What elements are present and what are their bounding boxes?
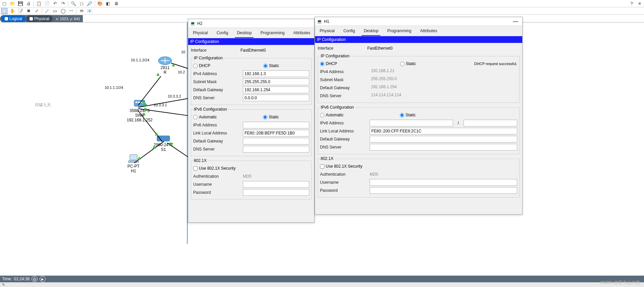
- tab-config[interactable]: Config: [215, 29, 230, 38]
- redo-icon[interactable]: ↷: [60, 1, 66, 7]
- prefix-input[interactable]: [464, 120, 517, 126]
- port-up-icon: [145, 108, 148, 111]
- auth-value[interactable]: MD5: [370, 172, 517, 177]
- auth-value[interactable]: MD5: [243, 174, 309, 179]
- play-button[interactable]: ▶: [40, 276, 46, 282]
- hand-tool-icon[interactable]: ✋: [9, 8, 15, 14]
- ipv6-input[interactable]: [243, 122, 309, 128]
- physical-view-button[interactable]: Physical: [26, 15, 53, 22]
- ipcfg-legend: IP Configuration: [193, 56, 223, 60]
- use-8021x-checkbox[interactable]: Use 802.1X Security: [320, 164, 362, 169]
- ipv6-legend: IPv6 Configuration: [193, 107, 228, 112]
- mail-open-icon[interactable]: 📧: [87, 8, 93, 14]
- paste-icon[interactable]: 📄: [44, 1, 50, 7]
- minimize-button[interactable]: —: [511, 18, 520, 24]
- tab-desktop[interactable]: Desktop: [235, 29, 254, 38]
- undo-icon[interactable]: ↶: [52, 1, 58, 7]
- swa-name: SWA: [127, 113, 153, 118]
- gateway-input[interactable]: [243, 87, 309, 93]
- logical-view-button[interactable]: Logical: [1, 15, 25, 22]
- freeform-icon[interactable]: 〰: [68, 8, 74, 14]
- dns-input[interactable]: [243, 95, 309, 101]
- copy-icon[interactable]: 📋: [36, 1, 42, 7]
- center-watermark: 符啸九天: [35, 102, 51, 108]
- select-tool-icon[interactable]: ⬚: [1, 8, 7, 14]
- username-input: [370, 179, 517, 186]
- tab-physical[interactable]: Physical: [191, 29, 210, 38]
- dialog-h2[interactable]: 💻H2 Physical Config Desktop Programming …: [188, 19, 315, 223]
- ellipse-icon[interactable]: ◯: [60, 8, 66, 14]
- static-radio[interactable]: Static: [400, 61, 416, 66]
- tab-desktop[interactable]: Desktop: [362, 27, 380, 36]
- dialog-h1[interactable]: 💻H1— Physical Config Desktop Programming…: [315, 17, 523, 215]
- interface-value[interactable]: FastEthernet0: [367, 46, 520, 51]
- dialog-title: H1: [324, 19, 329, 24]
- interface-label: Interface: [318, 46, 365, 51]
- resize-icon[interactable]: ⤢: [34, 8, 40, 14]
- logical-label: Logical: [9, 16, 22, 21]
- tab-attributes[interactable]: Attributes: [291, 29, 312, 38]
- static6-radio[interactable]: Static: [400, 113, 416, 117]
- dns6-input[interactable]: [243, 146, 309, 153]
- ipv4-input[interactable]: [243, 70, 309, 77]
- delete-icon[interactable]: ✖: [25, 8, 32, 14]
- static6-radio[interactable]: Static: [263, 115, 279, 119]
- dot1x-legend: 802.1X: [320, 156, 334, 161]
- pencil-icon[interactable]: ✎: [2, 283, 5, 287]
- separator: [68, 1, 68, 6]
- open-icon[interactable]: 📁: [9, 1, 15, 7]
- gateway6-input[interactable]: [243, 138, 309, 145]
- shapes-icon[interactable]: ◧: [105, 1, 111, 7]
- new-icon[interactable]: ▢: [1, 1, 7, 7]
- zoom-reset-icon[interactable]: ◻: [78, 1, 85, 7]
- pass-label: Password: [320, 188, 367, 193]
- tab-attributes[interactable]: Attributes: [418, 27, 439, 36]
- port-up-icon: [142, 100, 145, 103]
- pc-name: H1: [127, 169, 140, 173]
- line-icon[interactable]: ／: [44, 8, 50, 14]
- tab-programming[interactable]: Programming: [258, 29, 286, 38]
- dns-label: DNS Server: [193, 96, 240, 100]
- draw-palette: ✎: [0, 282, 644, 287]
- use-8021x-checkbox[interactable]: Use 802.1X Security: [193, 166, 235, 171]
- rect-icon[interactable]: ▭: [52, 8, 58, 14]
- device-icon[interactable]: 🖥: [113, 1, 119, 7]
- dhcp-radio[interactable]: DHCP: [193, 63, 210, 68]
- tab-config[interactable]: Config: [341, 27, 357, 36]
- zoom-in-icon[interactable]: 🔍: [70, 1, 76, 7]
- tab-physical[interactable]: Physical: [318, 27, 337, 36]
- linklocal-input[interactable]: [370, 128, 517, 134]
- static-radio[interactable]: Static: [263, 63, 279, 68]
- pass-label: Password: [193, 190, 240, 195]
- linklocal-input[interactable]: [243, 130, 309, 136]
- auto-radio[interactable]: Automatic: [193, 115, 217, 119]
- palette-icon[interactable]: 🎨: [97, 1, 103, 7]
- note-icon[interactable]: 📝: [17, 8, 23, 14]
- time-label: Time:: [2, 277, 12, 281]
- dialog-title: H2: [197, 21, 202, 26]
- ipcfg-legend: IP Configuration: [320, 54, 350, 58]
- print-icon[interactable]: 🖨: [25, 1, 32, 7]
- ipv6-input[interactable]: [370, 120, 453, 126]
- subnet-input[interactable]: [243, 78, 309, 85]
- gateway6-input[interactable]: [370, 136, 517, 142]
- tab-programming[interactable]: Programming: [385, 27, 413, 36]
- power-button[interactable]: ⏻: [32, 276, 38, 282]
- router-node[interactable]: 2911 R: [158, 56, 172, 75]
- interface-value[interactable]: FastEthernet0: [240, 48, 312, 53]
- zoom-out-icon[interactable]: 🔎: [87, 1, 93, 7]
- port-up-icon: [145, 103, 148, 106]
- menu-icon[interactable]: ≡: [637, 1, 643, 7]
- svg-rect-6: [130, 155, 137, 160]
- dns6-input[interactable]: [370, 144, 517, 151]
- separator: [34, 1, 34, 6]
- dhcp-radio[interactable]: DHCP: [320, 61, 337, 66]
- auth-label: Authentication: [320, 172, 367, 177]
- mail-icon[interactable]: ✉: [78, 8, 85, 14]
- auto-radio[interactable]: Automatic: [320, 113, 343, 117]
- help-icon[interactable]: ?: [629, 1, 635, 7]
- gw-label: Default Gateway: [193, 88, 240, 92]
- slash: /: [456, 121, 461, 125]
- port-up-icon: [172, 63, 175, 66]
- save-icon[interactable]: 💾: [17, 1, 23, 7]
